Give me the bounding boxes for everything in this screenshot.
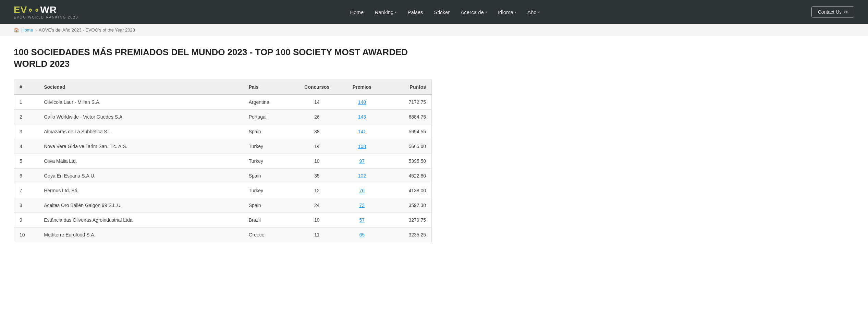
nav-ano[interactable]: Año ▾ bbox=[527, 9, 540, 15]
cell-sociedad: Almazaras de La Subbética S.L. bbox=[38, 124, 243, 139]
cell-pais: Argentina bbox=[243, 95, 292, 110]
cell-puntos: 4138.00 bbox=[382, 183, 431, 198]
cell-concursos: 24 bbox=[292, 198, 341, 212]
navbar: EV⚬⚬WR EVOO WORLD RANKING 2023 Home Rank… bbox=[0, 0, 868, 24]
cell-sociedad: Olivícola Laur - Millan S.A. bbox=[38, 95, 243, 110]
premios-link[interactable]: 141 bbox=[358, 129, 366, 134]
nav-links: Home Ranking ▾ Paises Sticker Acerca de … bbox=[92, 9, 797, 15]
cell-premios[interactable]: 73 bbox=[342, 198, 383, 212]
table-row: 4 Nova Vera Gida ve Tarim San. Tic. A.S.… bbox=[14, 139, 432, 154]
breadcrumb-current: AOVE's del Año 2023 - EVOO's of the Year… bbox=[39, 27, 135, 33]
cell-pais: Spain bbox=[243, 198, 292, 212]
table-body: 1 Olivícola Laur - Millan S.A. Argentina… bbox=[14, 95, 432, 242]
premios-link[interactable]: 143 bbox=[358, 114, 366, 120]
cell-premios[interactable]: 76 bbox=[342, 183, 383, 198]
table-row: 9 Estância das Oliveiras Agroindustrial … bbox=[14, 212, 432, 227]
cell-pais: Portugal bbox=[243, 109, 292, 124]
idioma-chevron-icon: ▾ bbox=[515, 10, 516, 14]
premios-link[interactable]: 76 bbox=[359, 188, 365, 193]
premios-link[interactable]: 65 bbox=[359, 232, 365, 237]
breadcrumb-home-link[interactable]: Home bbox=[21, 27, 33, 33]
cell-num: 1 bbox=[14, 95, 39, 110]
cell-puntos: 5395.50 bbox=[382, 154, 431, 168]
premios-link[interactable]: 108 bbox=[358, 144, 366, 149]
premios-link[interactable]: 57 bbox=[359, 217, 365, 223]
logo-subtitle: EVOO WORLD RANKING 2023 bbox=[14, 15, 78, 19]
premios-link[interactable]: 73 bbox=[359, 203, 365, 208]
cell-sociedad: Mediterre Eurofood S.A. bbox=[38, 227, 243, 242]
cell-pais: Greece bbox=[243, 227, 292, 242]
cell-num: 5 bbox=[14, 154, 39, 168]
premios-link[interactable]: 97 bbox=[359, 158, 365, 164]
table-row: 2 Gallo Worldwide - Victor Guedes S.A. P… bbox=[14, 109, 432, 124]
nav-acerca[interactable]: Acerca de ▾ bbox=[461, 9, 487, 15]
cell-puntos: 3279.75 bbox=[382, 212, 431, 227]
table-row: 5 Oliva Malia Ltd. Turkey 10 97 5395.50 bbox=[14, 154, 432, 168]
contact-us-button[interactable]: Contact Us ✉ bbox=[811, 7, 854, 17]
cell-sociedad: Hermus Ltd. Sti. bbox=[38, 183, 243, 198]
cell-premios[interactable]: 141 bbox=[342, 124, 383, 139]
cell-premios[interactable]: 65 bbox=[342, 227, 383, 242]
nav-paises[interactable]: Paises bbox=[407, 9, 423, 15]
header-sociedad: Sociedad bbox=[38, 80, 243, 95]
cell-num: 9 bbox=[14, 212, 39, 227]
cell-concursos: 11 bbox=[292, 227, 341, 242]
premios-link[interactable]: 102 bbox=[358, 173, 366, 179]
cell-pais: Spain bbox=[243, 124, 292, 139]
nav-sticker[interactable]: Sticker bbox=[434, 9, 450, 15]
cell-sociedad: Nova Vera Gida ve Tarim San. Tic. A.S. bbox=[38, 139, 243, 154]
table-header: # Sociedad Pais Concursos Premios Puntos bbox=[14, 80, 432, 95]
mail-icon: ✉ bbox=[844, 9, 848, 15]
cell-premios[interactable]: 140 bbox=[342, 95, 383, 110]
header-puntos: Puntos bbox=[382, 80, 431, 95]
cell-sociedad: Gallo Worldwide - Victor Guedes S.A. bbox=[38, 109, 243, 124]
cell-sociedad: Aceites Oro Bailén Galgon 99 S.L.U. bbox=[38, 198, 243, 212]
nav-home[interactable]: Home bbox=[350, 9, 364, 15]
header-concursos: Concursos bbox=[292, 80, 341, 95]
logo-wr: WR bbox=[40, 4, 57, 15]
cell-sociedad: Estância das Oliveiras Agroindustrial Lt… bbox=[38, 212, 243, 227]
cell-num: 8 bbox=[14, 198, 39, 212]
premios-link[interactable]: 140 bbox=[358, 99, 366, 105]
cell-num: 10 bbox=[14, 227, 39, 242]
ranking-table: # Sociedad Pais Concursos Premios Puntos… bbox=[14, 80, 432, 242]
cell-premios[interactable]: 102 bbox=[342, 168, 383, 183]
table-row: 3 Almazaras de La Subbética S.L. Spain 3… bbox=[14, 124, 432, 139]
cell-premios[interactable]: 108 bbox=[342, 139, 383, 154]
table-row: 10 Mediterre Eurofood S.A. Greece 11 65 … bbox=[14, 227, 432, 242]
table-row: 7 Hermus Ltd. Sti. Turkey 12 76 4138.00 bbox=[14, 183, 432, 198]
cell-pais: Turkey bbox=[243, 154, 292, 168]
cell-num: 7 bbox=[14, 183, 39, 198]
cell-num: 2 bbox=[14, 109, 39, 124]
breadcrumb: 🏠 Home › AOVE's del Año 2023 - EVOO's of… bbox=[0, 24, 868, 36]
header-pais: Pais bbox=[243, 80, 292, 95]
nav-ranking[interactable]: Ranking ▾ bbox=[375, 9, 396, 15]
cell-puntos: 3597.30 bbox=[382, 198, 431, 212]
logo[interactable]: EV⚬⚬WR EVOO WORLD RANKING 2023 bbox=[14, 5, 78, 19]
main-content: 100 SOCIEDADES MÁS PREMIADOS DEL MUNDO 2… bbox=[0, 36, 445, 256]
cell-premios[interactable]: 57 bbox=[342, 212, 383, 227]
nav-idioma[interactable]: Idioma ▾ bbox=[498, 9, 516, 15]
cell-pais: Turkey bbox=[243, 183, 292, 198]
cell-puntos: 6884.75 bbox=[382, 109, 431, 124]
logo-drops-icon: ⚬⚬ bbox=[27, 6, 40, 15]
cell-concursos: 35 bbox=[292, 168, 341, 183]
logo-ev: EV bbox=[14, 4, 27, 15]
cell-concursos: 14 bbox=[292, 95, 341, 110]
cell-premios[interactable]: 97 bbox=[342, 154, 383, 168]
cell-concursos: 38 bbox=[292, 124, 341, 139]
cell-num: 6 bbox=[14, 168, 39, 183]
cell-concursos: 12 bbox=[292, 183, 341, 198]
cell-concursos: 26 bbox=[292, 109, 341, 124]
cell-concursos: 14 bbox=[292, 139, 341, 154]
home-icon: 🏠 bbox=[14, 27, 19, 33]
table-row: 1 Olivícola Laur - Millan S.A. Argentina… bbox=[14, 95, 432, 110]
table-row: 8 Aceites Oro Bailén Galgon 99 S.L.U. Sp… bbox=[14, 198, 432, 212]
breadcrumb-separator: › bbox=[35, 27, 37, 33]
table-row: 6 Goya En Espana S.A.U. Spain 35 102 452… bbox=[14, 168, 432, 183]
cell-puntos: 5665.00 bbox=[382, 139, 431, 154]
header-num: # bbox=[14, 80, 39, 95]
cell-premios[interactable]: 143 bbox=[342, 109, 383, 124]
cell-concursos: 10 bbox=[292, 212, 341, 227]
cell-puntos: 7172.75 bbox=[382, 95, 431, 110]
